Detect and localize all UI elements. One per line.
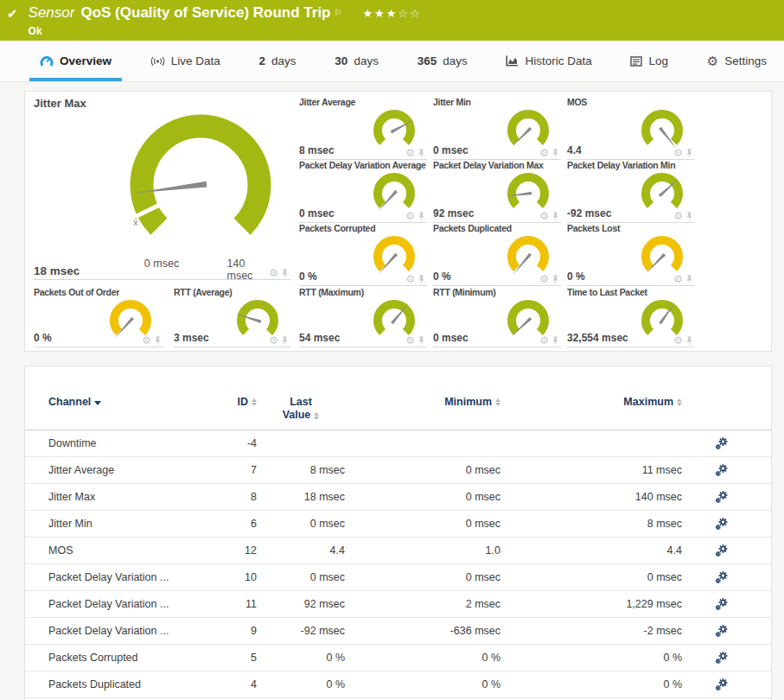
gauge-settings-gear-icon[interactable]: ⚙: [405, 148, 415, 158]
sort-toggle-icon[interactable]: [677, 398, 682, 406]
flag-icon[interactable]: ⚐: [335, 8, 342, 17]
sort-toggle-icon[interactable]: [495, 398, 500, 406]
column-header-last-value[interactable]: LastValue: [283, 396, 320, 422]
channel-id: -4: [207, 437, 257, 449]
gauge-jitter-average: Jitter Average 8 msec ⚙: [299, 97, 427, 160]
channel-settings-button[interactable]: [715, 571, 728, 584]
pin-icon[interactable]: [417, 336, 425, 346]
channel-settings-button[interactable]: [715, 544, 728, 557]
tab-settings[interactable]: ⚙Settings: [702, 41, 772, 81]
pin-icon[interactable]: [551, 275, 559, 284]
column-header-maximum[interactable]: Maximum: [623, 396, 682, 408]
tab-overview[interactable]: Overview: [35, 41, 117, 81]
tab-historic-data[interactable]: Historic Data: [500, 41, 596, 81]
sensor-header: ✔ SensorQoS (Quality of Service) Round T…: [0, 0, 784, 41]
gauge-packets-out-of-order: Packets Out of Order 0 % ⚙: [34, 287, 163, 347]
gauge-settings-gear-icon[interactable]: ⚙: [673, 335, 683, 346]
gauge-value: 18 msec: [34, 264, 80, 277]
pin-icon[interactable]: [685, 336, 693, 346]
channel-last-value: 18 msec: [257, 491, 345, 503]
channel-settings-button[interactable]: [715, 437, 728, 450]
gauge-actions: ⚙: [269, 268, 289, 278]
gauge-settings-gear-icon[interactable]: ⚙: [269, 268, 278, 278]
gauge-settings-gear-icon[interactable]: ⚙: [539, 211, 549, 221]
channel-settings-button[interactable]: [715, 464, 728, 477]
priority-stars[interactable]: ★★★☆☆: [362, 7, 421, 20]
sort-toggle-icon[interactable]: [252, 398, 257, 406]
tab-365-days[interactable]: 365days: [412, 41, 473, 81]
channel-settings-button[interactable]: [715, 625, 728, 638]
pin-icon[interactable]: [685, 212, 693, 221]
tab-log[interactable]: Log: [625, 41, 673, 81]
tab-number: 2: [259, 54, 266, 67]
gauge-actions: ⚙: [405, 211, 425, 221]
gauge-value: 54 msec: [299, 332, 340, 344]
gauge-settings-gear-icon[interactable]: ⚙: [673, 211, 683, 221]
channel-name[interactable]: MOS: [48, 544, 207, 557]
channel-name[interactable]: Packet Delay Variation ...: [48, 571, 207, 583]
column-header-channel[interactable]: Channel: [48, 396, 207, 408]
tab-30-days[interactable]: 30days: [329, 41, 384, 81]
tab-live-data[interactable]: Live Data: [145, 41, 226, 81]
channel-maximum: 11 msec: [500, 464, 682, 476]
column-header-id[interactable]: ID: [238, 396, 258, 408]
channel-name[interactable]: Packet Delay Variation ...: [48, 625, 207, 637]
pin-icon[interactable]: [551, 149, 559, 158]
channel-name[interactable]: Packets Duplicated: [48, 678, 207, 690]
channel-id: 8: [207, 491, 257, 503]
channel-name[interactable]: Jitter Max: [48, 491, 207, 503]
channel-maximum: 0 %: [500, 652, 682, 664]
channel-minimum: 1.0: [345, 544, 500, 557]
channel-settings-button[interactable]: [715, 491, 728, 504]
gauge-settings-gear-icon[interactable]: ⚙: [405, 335, 415, 346]
gauge-settings-gear-icon[interactable]: ⚙: [539, 274, 549, 284]
pin-icon[interactable]: [417, 212, 425, 221]
pin-icon[interactable]: [551, 212, 559, 221]
sort-toggle-icon[interactable]: [314, 412, 319, 420]
tab-2-days[interactable]: 2days: [254, 41, 302, 81]
gauge-title: Packets Lost: [567, 223, 620, 233]
channel-settings-button[interactable]: [715, 652, 728, 665]
gauge-settings-gear-icon[interactable]: ⚙: [142, 335, 151, 346]
pin-icon[interactable]: [281, 336, 289, 346]
gauge-actions: ⚙: [539, 148, 559, 158]
channel-last-value: 8 msec: [257, 464, 345, 476]
table-row-packets-duplicated-9: Packets Duplicated 4 0 % 0 % 0 %: [25, 671, 771, 698]
channel-name[interactable]: Jitter Average: [48, 464, 207, 476]
channel-maximum: 4.4: [500, 544, 682, 557]
gauge-settings-gear-icon[interactable]: ⚙: [673, 274, 683, 284]
channel-minimum: 0 msec: [345, 518, 500, 530]
pin-icon[interactable]: [685, 149, 693, 158]
channel-settings-icon: [715, 464, 728, 477]
gauge-settings-gear-icon[interactable]: ⚙: [405, 274, 415, 284]
channel-settings-button[interactable]: [715, 598, 728, 611]
gauge-time-to-last-packet: Time to Last Packet 32,554 msec ⚙: [567, 287, 695, 347]
channel-name[interactable]: Packets Corrupted: [48, 652, 207, 664]
gauge-settings-gear-icon[interactable]: ⚙: [673, 148, 683, 158]
channel-name[interactable]: Packet Delay Variation ...: [48, 598, 207, 610]
gauge-settings-gear-icon[interactable]: ⚙: [405, 211, 415, 221]
gauge-value: -92 msec: [567, 207, 611, 220]
gauge-settings-gear-icon[interactable]: ⚙: [539, 148, 549, 158]
channel-settings-icon: [715, 652, 728, 665]
gauge-settings-gear-icon[interactable]: ⚙: [539, 335, 549, 346]
channel-last-value: 0 %: [257, 652, 345, 664]
pin-icon[interactable]: [417, 275, 425, 284]
channel-name[interactable]: Downtime: [48, 437, 207, 449]
gauge-rtt-maximum: RTT (Maximum) 54 msec ⚙: [299, 287, 427, 347]
pin-icon[interactable]: [417, 149, 425, 158]
channel-name[interactable]: Jitter Min: [48, 518, 207, 530]
channel-settings-icon: [715, 598, 728, 611]
channel-settings-button[interactable]: [715, 518, 728, 531]
tab-label: days: [443, 54, 468, 67]
pin-icon[interactable]: [685, 275, 693, 284]
gauge-settings-gear-icon[interactable]: ⚙: [269, 335, 278, 346]
pin-icon[interactable]: [551, 336, 559, 346]
pin-icon[interactable]: [154, 336, 162, 346]
channel-minimum: 0 %: [345, 678, 500, 690]
column-header-minimum[interactable]: Minimum: [444, 396, 500, 408]
gauge-jitter-min: Jitter Min 0 msec ⚙: [433, 97, 561, 160]
pin-icon[interactable]: [281, 269, 289, 278]
sensor-title-block: SensorQoS (Quality of Service) Round Tri…: [29, 0, 422, 41]
channel-settings-button[interactable]: [715, 678, 728, 691]
